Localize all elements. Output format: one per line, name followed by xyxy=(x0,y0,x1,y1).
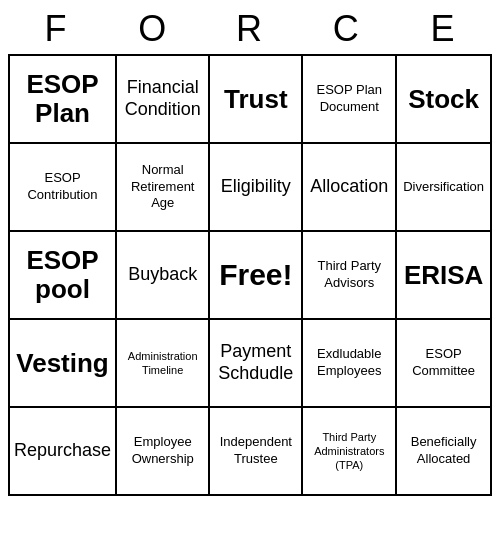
grid-row-3: VestingAdministration TimelinePayment Sc… xyxy=(9,319,491,407)
grid-cell-1-3: Allocation xyxy=(302,143,396,231)
grid-row-2: ESOP poolBuybackFree!Third Party Advisor… xyxy=(9,231,491,319)
grid-cell-1-2: Eligibility xyxy=(209,143,302,231)
grid-cell-4-0: Repurchase xyxy=(9,407,116,495)
grid-cell-3-2: Payment Schdudle xyxy=(209,319,302,407)
grid-cell-3-4: ESOP Committee xyxy=(396,319,491,407)
grid-cell-3-1: Administration Timeline xyxy=(116,319,209,407)
grid-cell-2-1: Buyback xyxy=(116,231,209,319)
grid-cell-2-2: Free! xyxy=(209,231,302,319)
grid-cell-2-3: Third Party Advisors xyxy=(302,231,396,319)
header-row: FORCE xyxy=(8,8,492,50)
header-letter-f: F xyxy=(8,8,105,50)
grid-cell-2-4: ERISA xyxy=(396,231,491,319)
grid-cell-0-1: Financial Condition xyxy=(116,55,209,143)
header-letter-e: E xyxy=(395,8,492,50)
grid-cell-3-0: Vesting xyxy=(9,319,116,407)
header-letter-r: R xyxy=(202,8,299,50)
header-letter-c: C xyxy=(298,8,395,50)
grid-cell-1-1: Normal Retirement Age xyxy=(116,143,209,231)
grid-cell-3-3: Exdludable Employees xyxy=(302,319,396,407)
grid-row-1: ESOP ContributionNormal Retirement AgeEl… xyxy=(9,143,491,231)
grid-cell-4-4: Beneficially Allocated xyxy=(396,407,491,495)
grid-row-4: RepurchaseEmployee OwnershipIndependent … xyxy=(9,407,491,495)
grid-row-0: ESOP PlanFinancial ConditionTrustESOP Pl… xyxy=(9,55,491,143)
grid-cell-4-1: Employee Ownership xyxy=(116,407,209,495)
grid-cell-0-2: Trust xyxy=(209,55,302,143)
grid-cell-0-3: ESOP Plan Document xyxy=(302,55,396,143)
grid-cell-4-2: Independent Trustee xyxy=(209,407,302,495)
grid-cell-0-0: ESOP Plan xyxy=(9,55,116,143)
grid-cell-0-4: Stock xyxy=(396,55,491,143)
header-letter-o: O xyxy=(105,8,202,50)
grid-cell-4-3: Third Party Administrators (TPA) xyxy=(302,407,396,495)
grid-cell-1-0: ESOP Contribution xyxy=(9,143,116,231)
bingo-grid: ESOP PlanFinancial ConditionTrustESOP Pl… xyxy=(8,54,492,496)
grid-cell-2-0: ESOP pool xyxy=(9,231,116,319)
grid-cell-1-4: Diversification xyxy=(396,143,491,231)
